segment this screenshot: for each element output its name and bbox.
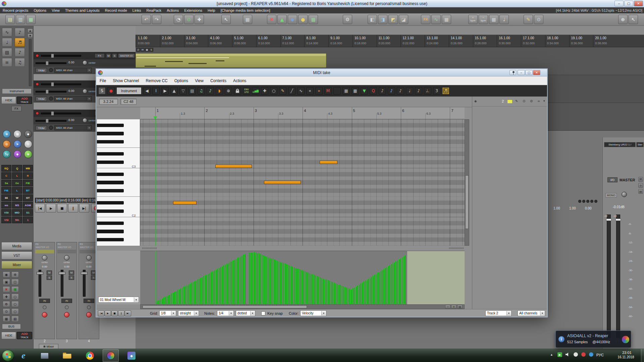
tool-icon[interactable]: ✚ bbox=[3, 294, 10, 300]
redo-icon[interactable]: ↷ bbox=[152, 15, 161, 24]
cc-bar[interactable] bbox=[369, 278, 370, 304]
record-arm-button[interactable] bbox=[36, 112, 39, 115]
shortcut-sphere[interactable]: Sy bbox=[3, 150, 11, 158]
note-len-2-icon[interactable]: ♪ bbox=[388, 87, 395, 95]
strip-solo-button[interactable]: S bbox=[47, 276, 52, 280]
metronome-icon[interactable]: ◔ bbox=[174, 15, 183, 24]
tool-icon[interactable]: ○ bbox=[11, 308, 19, 314]
plugin-shortcut-button[interactable]: VSl bbox=[1, 217, 11, 223]
cc-bar[interactable] bbox=[238, 257, 239, 304]
edit-cursor-icon[interactable]: I bbox=[152, 87, 160, 95]
close-button[interactable]: ✕ bbox=[533, 70, 540, 75]
circle-tool-icon[interactable]: ○ bbox=[270, 87, 277, 95]
cc-bar[interactable] bbox=[169, 295, 170, 304]
plugin-shortcut-button[interactable]: Sa bbox=[1, 180, 11, 186]
pan-knob[interactable] bbox=[83, 118, 87, 123]
track-color-swatch[interactable] bbox=[507, 100, 513, 104]
cc-bar[interactable] bbox=[232, 261, 233, 304]
track-slider-thumb[interactable] bbox=[51, 82, 54, 86]
cc-bar[interactable] bbox=[327, 280, 328, 304]
menu-item-options[interactable]: Options bbox=[31, 7, 49, 13]
cc-bar[interactable] bbox=[163, 298, 164, 304]
plugin-shortcut-button[interactable]: 5th bbox=[12, 217, 22, 223]
cc-bar[interactable] bbox=[366, 280, 367, 304]
strip-pan-knob[interactable] bbox=[86, 255, 92, 260]
cc-bar[interactable] bbox=[226, 264, 227, 304]
cc-bar[interactable] bbox=[203, 276, 204, 304]
note-edit-icon[interactable]: ♪ bbox=[207, 87, 214, 95]
cc-bar[interactable] bbox=[386, 267, 387, 304]
tool-icon[interactable]: ◉ bbox=[3, 272, 10, 278]
solo-button[interactable]: S bbox=[112, 53, 117, 58]
plugin-shortcut-button[interactable]: FIE bbox=[23, 180, 33, 186]
forward-button[interactable]: ▶| bbox=[79, 204, 89, 213]
mixer-strip-3[interactable]: FXMASTER I/Ocenter0.00MSIN bbox=[56, 242, 77, 339]
cc-bar[interactable] bbox=[257, 253, 258, 304]
grid-corner-icon[interactable]: ▤ bbox=[457, 305, 463, 309]
note-tool-icon[interactable]: ♪ bbox=[15, 28, 25, 37]
monitor-icon[interactable]: ⊙ bbox=[534, 15, 543, 24]
note-tool-icon[interactable]: ♫ bbox=[15, 58, 25, 67]
cc-bar[interactable] bbox=[241, 256, 242, 304]
editor-titlebar[interactable]: MIDI take–▢✕ bbox=[96, 69, 547, 76]
cc-bar[interactable] bbox=[292, 266, 293, 304]
plugin-shortcut-button[interactable]: L bbox=[12, 187, 22, 194]
record-arm-button[interactable] bbox=[36, 82, 39, 86]
cc-bar[interactable] bbox=[177, 290, 178, 304]
cc-bar[interactable] bbox=[218, 268, 219, 304]
zoom-out-icon[interactable]: − bbox=[445, 305, 450, 309]
open-project-icon[interactable]: ▥ bbox=[16, 15, 25, 24]
quantize-icon[interactable]: Q bbox=[370, 87, 377, 95]
tool-icon[interactable]: ⊙ bbox=[3, 308, 10, 314]
menu-item-help[interactable]: Help bbox=[205, 7, 218, 13]
chrome-icon[interactable] bbox=[82, 349, 98, 362]
midi-channel-combo[interactable]: MIDI: All chan▾ bbox=[54, 96, 92, 101]
cc-bar[interactable] bbox=[295, 268, 296, 304]
black-key[interactable] bbox=[97, 161, 124, 164]
routing-icon[interactable]: ▦ bbox=[442, 15, 451, 24]
minimize-button[interactable]: – bbox=[518, 70, 525, 75]
add-track-button-2[interactable]: ADDTRACK bbox=[17, 332, 32, 339]
black-key[interactable] bbox=[97, 152, 124, 156]
cc-bar[interactable] bbox=[289, 265, 290, 304]
piano-roll-grid[interactable] bbox=[140, 119, 465, 246]
black-key[interactable] bbox=[97, 238, 124, 241]
cc-bar[interactable] bbox=[164, 297, 165, 304]
color-combo[interactable]: Velocity▾ bbox=[300, 310, 326, 316]
hide-button[interactable]: HIDE bbox=[1, 97, 16, 104]
strip-record-button[interactable] bbox=[64, 312, 69, 317]
cc-bar[interactable] bbox=[276, 261, 277, 304]
cc-bar[interactable] bbox=[341, 286, 342, 304]
cc-bar[interactable] bbox=[354, 288, 355, 304]
reaper-taskbar-icon[interactable] bbox=[103, 349, 119, 362]
tray-expand-icon[interactable]: ▲ bbox=[550, 353, 553, 356]
cc-bar[interactable] bbox=[178, 290, 179, 304]
cc-bar[interactable] bbox=[284, 263, 285, 304]
cc-bar[interactable] bbox=[286, 264, 287, 304]
zoom-icon[interactable]: ⊕ bbox=[225, 87, 232, 95]
cc-bar[interactable] bbox=[244, 254, 245, 304]
cc-bar[interactable] bbox=[398, 259, 399, 304]
link-icon[interactable]: ∞ bbox=[537, 99, 540, 103]
cc-bar[interactable] bbox=[204, 276, 205, 304]
plugin-shortcut-button[interactable]: ws bbox=[1, 202, 11, 208]
strip-record-button[interactable] bbox=[42, 312, 47, 317]
grid-combo[interactable]: 1/8▾ bbox=[159, 310, 176, 316]
cc-bar[interactable] bbox=[172, 293, 173, 304]
cc-bar[interactable] bbox=[333, 283, 334, 304]
trim-button[interactable]: TRIM bbox=[36, 97, 47, 101]
envelope-icon[interactable]: ∿ bbox=[431, 15, 441, 24]
shortcut-sphere[interactable]: ⊙ bbox=[24, 140, 32, 148]
cc-bar[interactable] bbox=[395, 261, 396, 304]
bpm-down-icon[interactable]: −bpm bbox=[479, 15, 488, 24]
fx-button[interactable]: FX bbox=[95, 53, 105, 58]
cc-bar[interactable] bbox=[166, 296, 167, 304]
mute-icon[interactable]: ⊘ bbox=[530, 99, 533, 103]
item-yellow-icon[interactable]: ● bbox=[298, 15, 308, 24]
dotted-note-icon[interactable]: ♩. bbox=[424, 87, 431, 95]
dock-down-icon[interactable]: ▽ bbox=[179, 87, 187, 95]
track-slider[interactable] bbox=[41, 113, 81, 114]
dock-up-icon[interactable]: ▲ bbox=[170, 87, 178, 95]
tool-icon[interactable]: ■ bbox=[11, 286, 19, 292]
cc-bar[interactable] bbox=[191, 283, 192, 304]
